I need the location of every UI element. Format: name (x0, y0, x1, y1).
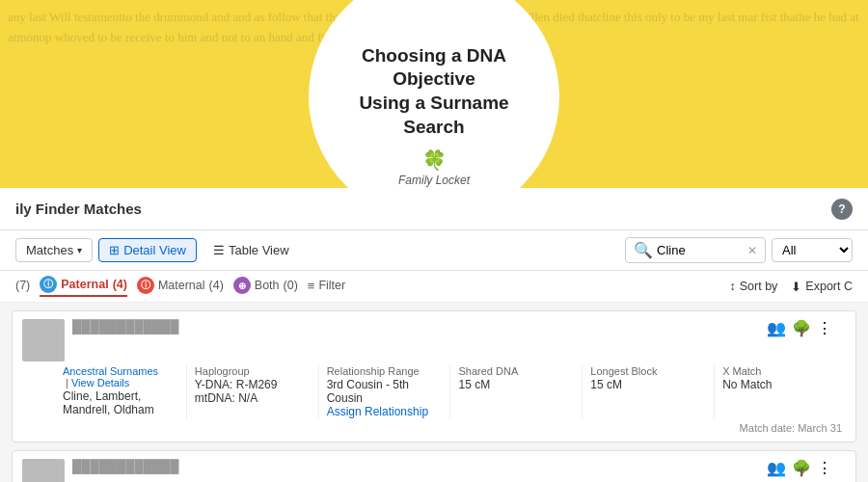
haplogroup-col: Haplogroup Y-DNA: R-M269 mtDNA: N/A (187, 365, 319, 418)
filter-tab-all[interactable]: (7) (15, 279, 30, 294)
match-name-hidden: ████████████ (72, 319, 767, 334)
toolbar: Matches ▾ ⊞ Detail View ☰ Table View 🔍 ✕… (0, 230, 868, 271)
more-icon[interactable]: ⋮ (817, 459, 832, 477)
detail-view-icon: ⊞ (109, 243, 120, 257)
filter-label: Filter (318, 279, 345, 292)
search-filter-select[interactable]: All Name Location (772, 238, 853, 262)
table-view-button[interactable]: ☰ Table View (203, 238, 300, 262)
surnames-col: Ancestral Surnames | View Details Cline,… (63, 365, 187, 418)
haplogroup-label: Haplogroup (195, 365, 311, 377)
match-card: ████████████ 👥 🌳 ⋮ Ancestral Surnames | … (12, 310, 856, 442)
match-action-icons: 👥 🌳 ⋮ (767, 459, 836, 477)
ydna-value: Y-DNA: R-M269 (195, 378, 311, 391)
filter-right-actions: ↕ Sort by ⬇ Export C (730, 280, 854, 294)
person-icon[interactable]: 👥 (767, 459, 786, 477)
logo-text: Family Locket (398, 174, 470, 187)
paternal-badge: ⓘ (40, 276, 57, 293)
longest-block-value: 15 cM (590, 378, 706, 391)
sort-button[interactable]: ↕ Sort by (730, 280, 778, 293)
matches-area: ████████████ 👥 🌳 ⋮ Ancestral Surnames | … (0, 303, 868, 482)
sort-icon: ↕ (730, 280, 736, 293)
more-icon[interactable]: ⋮ (817, 319, 832, 337)
filter-tab-both[interactable]: ⊕ Both (0) (233, 277, 298, 296)
relationship-value: 3rd Cousin - 5th Cousin (327, 378, 443, 405)
hero-circle: Choosing a DNA Objective Using a Surname… (309, 0, 559, 188)
detail-view-label: Detail View (123, 243, 186, 257)
tree-icon[interactable]: 🌳 (792, 319, 811, 337)
paternal-label: Paternal (61, 278, 108, 291)
both-badge: ⊕ (233, 277, 251, 294)
hero-banner: any last Will testamentto the drummond a… (0, 0, 868, 188)
logo-icon: 🍀 (422, 148, 447, 172)
export-icon: ⬇ (791, 280, 801, 294)
x-match-label: X Match (722, 365, 838, 377)
export-button[interactable]: ⬇ Export C (791, 280, 853, 294)
filter-all-count: (7) (15, 279, 30, 292)
matches-dropdown-label: Matches (26, 243, 73, 257)
app-title: ily Finder Matches (15, 201, 142, 217)
search-icon: 🔍 (634, 241, 653, 259)
avatar (22, 319, 65, 362)
mtdna-value: mtDNA: N/A (195, 391, 311, 405)
filter-tab-maternal[interactable]: ⓘ Maternal (4) (137, 277, 224, 296)
match-action-icons: 👥 🌳 ⋮ (767, 319, 836, 337)
filter-button[interactable]: ≡ Filter (308, 279, 345, 295)
surnames-label: Ancestral Surnames | View Details (63, 365, 178, 388)
filter-icon: ≡ (308, 279, 315, 293)
tree-icon[interactable]: 🌳 (792, 459, 811, 477)
logo-area: 🍀 Family Locket (398, 148, 470, 187)
sort-label: Sort by (740, 280, 778, 293)
match-date: Match date: March 31 (13, 422, 846, 434)
help-button[interactable]: ? (831, 199, 853, 220)
match-card: ████████████ 👥 🌳 ⋮ Ancestral Surnames | … (12, 450, 856, 482)
search-input[interactable] (657, 243, 744, 257)
shared-dna-label: Shared DNA (458, 365, 574, 377)
search-box: 🔍 ✕ (625, 237, 766, 263)
surnames-value: Cline, Lambert, Mandrell, Oldham (63, 389, 178, 416)
paternal-count: (4) (113, 278, 127, 291)
both-count: (0) (284, 279, 298, 292)
search-clear-button[interactable]: ✕ (747, 244, 757, 257)
maternal-count: (4) (209, 279, 224, 292)
both-label: Both (255, 279, 280, 292)
shared-dna-col: Shared DNA 15 cM (450, 365, 583, 418)
detail-view-button[interactable]: ⊞ Detail View (98, 238, 197, 262)
x-match-value: No Match (722, 378, 838, 391)
longest-block-col: Longest Block 15 cM (583, 365, 715, 418)
header-actions: ? (831, 199, 853, 220)
match-name-hidden: ████████████ (72, 459, 767, 473)
filter-tab-paternal[interactable]: ⓘ Paternal (4) (40, 276, 127, 297)
hero-title: Choosing a DNA Objective Using a Surname… (328, 44, 540, 140)
maternal-label: Maternal (158, 279, 205, 292)
filter-tabs: (7) ⓘ Paternal (4) ⓘ Maternal (4) ⊕ Both… (15, 276, 345, 297)
avatar (22, 459, 65, 482)
relationship-col: Relationship Range 3rd Cousin - 5th Cous… (319, 365, 451, 418)
view-details-link[interactable]: View Details (71, 377, 129, 388)
x-match-col: X Match No Match (715, 365, 846, 418)
table-view-icon: ☰ (213, 243, 225, 257)
maternal-badge: ⓘ (137, 277, 154, 294)
app-header: ily Finder Matches ? (0, 188, 868, 230)
chevron-down-icon: ▾ (77, 245, 82, 255)
filter-row: (7) ⓘ Paternal (4) ⓘ Maternal (4) ⊕ Both… (0, 271, 868, 303)
longest-block-label: Longest Block (590, 365, 706, 377)
matches-dropdown[interactable]: Matches ▾ (15, 238, 93, 262)
person-icon[interactable]: 👥 (767, 319, 786, 337)
assign-relationship-link[interactable]: Assign Relationship (327, 405, 443, 418)
table-view-label: Table View (229, 243, 289, 257)
shared-dna-value: 15 cM (458, 378, 574, 391)
match-details: Ancestral Surnames | View Details Cline,… (13, 365, 846, 418)
relationship-label: Relationship Range (327, 365, 443, 377)
export-label: Export C (805, 280, 853, 293)
